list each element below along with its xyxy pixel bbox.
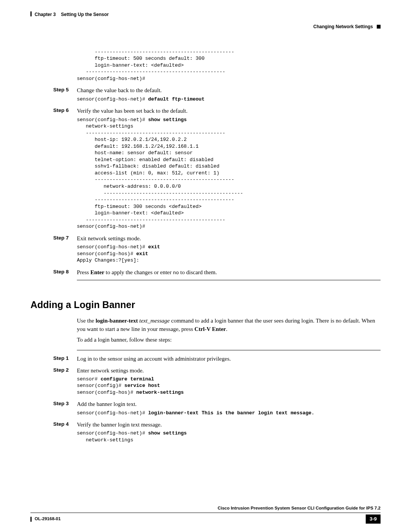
- code-output-initial: ----------------------------------------…: [77, 49, 381, 82]
- section-heading: Adding a Login Banner: [30, 299, 381, 312]
- steps-divider: [77, 350, 381, 350]
- section-right: Changing Network Settings: [313, 24, 373, 30]
- step6-label: Step 6: [53, 107, 77, 114]
- step3b-text: Add the banner login text.: [77, 400, 381, 408]
- step3b-command: sensor(config-hos-net)# login-banner-tex…: [77, 410, 381, 417]
- step6-text: Verify the value has been set back to th…: [77, 107, 381, 115]
- step7-text: Exit network settings mode.: [77, 235, 381, 242]
- header-square-icon: [377, 25, 381, 29]
- header-bar-icon: [30, 11, 32, 16]
- page-footer: Cisco Intrusion Prevention System Sensor…: [30, 505, 381, 524]
- step7-label: Step 7: [53, 235, 77, 241]
- footer-bar-icon: [30, 517, 32, 522]
- step8-text: Press Enter to apply the changes or ente…: [77, 268, 381, 276]
- step5-label: Step 5: [53, 86, 77, 93]
- chapter-title: Setting Up the Sensor: [61, 11, 108, 18]
- step4b-text: Verify the banner login text message.: [77, 421, 381, 428]
- step4b-label: Step 4: [53, 421, 77, 428]
- step7-command: sensor(config-hos-net)# exit sensor(conf…: [77, 244, 381, 264]
- footer-doc-id: OL-29168-01: [35, 516, 61, 522]
- step3b-label: Step 3: [53, 400, 77, 407]
- step1b-label: Step 1: [53, 355, 77, 362]
- page-header: Chapter 3 Setting Up the Sensor Changing…: [30, 11, 381, 30]
- step5-text: Change the value back to the default.: [77, 86, 381, 94]
- step2b-command: sensor# configure terminal sensor(config…: [77, 376, 381, 396]
- step8-label: Step 8: [53, 268, 77, 275]
- section-intro: Use the login-banner-text text_message c…: [77, 317, 381, 344]
- page-number: 3-9: [366, 514, 381, 524]
- step2b-label: Step 2: [53, 367, 77, 374]
- step1b-text: Log in to the sensor using an account wi…: [77, 355, 381, 363]
- step6-command: sensor(config-hos-net)# show settings ne…: [77, 117, 381, 230]
- footer-guide-title: Cisco Intrusion Prevention System Sensor…: [30, 505, 381, 513]
- chapter-label: Chapter 3: [35, 11, 56, 18]
- section-divider: [77, 280, 381, 280]
- step4b-command: sensor(config-hos-net)# show settings ne…: [77, 430, 381, 443]
- step2b-text: Enter network settings mode.: [77, 367, 381, 374]
- step5-command: sensor(config-hos-net)# default ftp-time…: [77, 96, 381, 103]
